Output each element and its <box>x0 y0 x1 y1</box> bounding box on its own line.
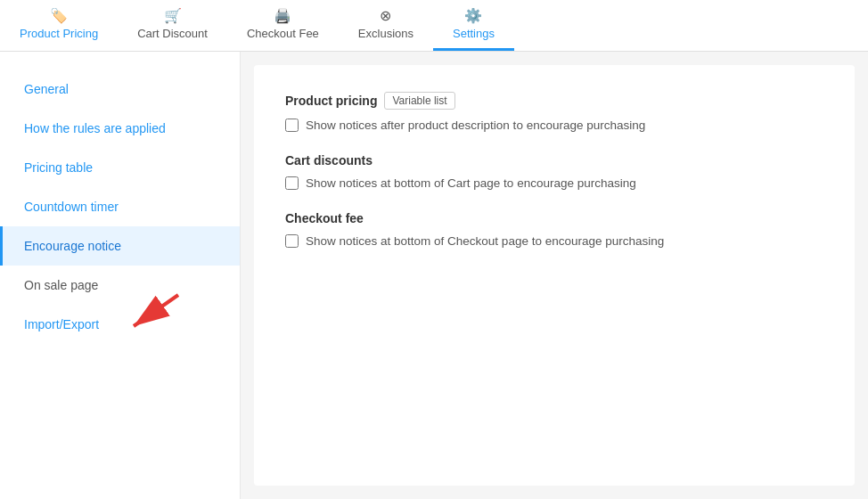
checkbox-label-product-pricing: Show notices after product description t… <box>306 119 645 132</box>
settings-icon: ⚙️ <box>464 9 482 23</box>
nav-label-checkout-fee: Checkout Fee <box>247 27 319 40</box>
nav-label-product-pricing: Product Pricing <box>20 27 98 40</box>
section-title-cart-discounts: Cart discounts <box>285 153 823 168</box>
checkbox-cart-discounts[interactable] <box>285 176 299 190</box>
section-title-checkout-fee: Checkout fee <box>285 211 823 225</box>
sidebar-item-import-export[interactable]: Import/Export <box>0 305 240 344</box>
nav-item-checkout-fee[interactable]: 🖨️ Checkout Fee <box>227 0 339 51</box>
nav-item-product-pricing[interactable]: 🏷️ Product Pricing <box>0 0 118 51</box>
nav-item-exclusions[interactable]: ⊗ Exclusions <box>339 0 433 51</box>
checkbox-label-checkout-fee: Show notices at bottom of Checkout page … <box>306 234 664 248</box>
sidebar-item-general[interactable]: General <box>0 70 240 109</box>
checkbox-row-checkout-fee: Show notices at bottom of Checkout page … <box>285 234 823 248</box>
variable-list-badge[interactable]: Variable list <box>384 92 454 110</box>
checkbox-label-cart-discounts: Show notices at bottom of Cart page to e… <box>306 176 636 190</box>
nav-label-exclusions: Exclusions <box>358 27 414 40</box>
section-product-pricing: Product pricing Variable list Show notic… <box>285 92 823 132</box>
nav-item-cart-discount[interactable]: 🛒 Cart Discount <box>118 0 227 51</box>
nav-label-cart-discount: Cart Discount <box>137 27 208 40</box>
checkbox-row-product-pricing: Show notices after product description t… <box>285 119 823 132</box>
nav-label-settings: Settings <box>453 27 495 40</box>
sidebar-item-on-sale-page[interactable]: On sale page <box>0 266 240 305</box>
exclusions-icon: ⊗ <box>380 9 391 23</box>
section-checkout-fee: Checkout fee Show notices at bottom of C… <box>285 211 823 248</box>
section-cart-discounts: Cart discounts Show notices at bottom of… <box>285 153 823 190</box>
sidebar-item-countdown-timer[interactable]: Countdown timer <box>0 187 240 226</box>
section-title-product-pricing: Product pricing Variable list <box>285 92 823 110</box>
sidebar: General How the rules are applied Pricin… <box>0 52 241 499</box>
sidebar-item-how-rules[interactable]: How the rules are applied <box>0 109 240 148</box>
checkbox-product-pricing[interactable] <box>285 119 299 132</box>
sidebar-item-pricing-table[interactable]: Pricing table <box>0 148 240 187</box>
product-pricing-icon: 🏷️ <box>50 9 68 23</box>
checkbox-checkout-fee[interactable] <box>285 234 299 248</box>
main-layout: General How the rules are applied Pricin… <box>0 52 868 499</box>
sidebar-item-encourage-notice[interactable]: Encourage notice <box>0 226 240 266</box>
top-navigation: 🏷️ Product Pricing 🛒 Cart Discount 🖨️ Ch… <box>0 0 868 52</box>
nav-item-settings[interactable]: ⚙️ Settings <box>433 0 514 51</box>
checkout-fee-icon: 🖨️ <box>274 9 291 23</box>
checkbox-row-cart-discounts: Show notices at bottom of Cart page to e… <box>285 176 823 190</box>
cart-discount-icon: 🛒 <box>164 9 182 23</box>
main-content: Product pricing Variable list Show notic… <box>254 65 855 486</box>
